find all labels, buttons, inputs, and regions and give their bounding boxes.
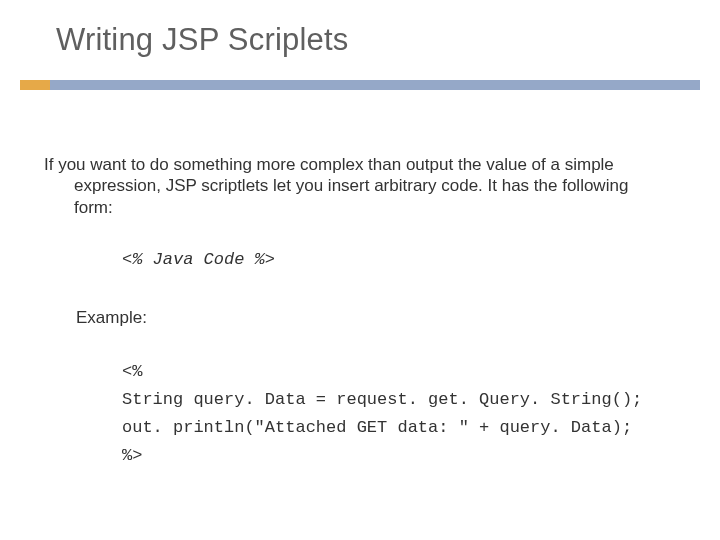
divider-bar [50,80,700,90]
body-line-1: If you want to do something more complex… [44,155,614,174]
scriptlet-form: <% Java Code %> [122,250,275,269]
code-line-1: <% [122,362,142,381]
code-line-3: out. println("Attached GET data: " + que… [122,418,632,437]
slide: Writing JSP Scriplets If you want to do … [0,0,720,540]
body-line-3: form: [74,197,676,218]
example-code: <% String query. Data = request. get. Qu… [122,358,642,470]
accent-bar [20,80,50,90]
title-divider [20,80,700,90]
body-line-2: expression, JSP scriptlets let you inser… [74,175,676,196]
example-label: Example: [76,308,147,328]
code-line-2: String query. Data = request. get. Query… [122,390,642,409]
body-paragraph: If you want to do something more complex… [44,154,676,218]
slide-title: Writing JSP Scriplets [56,22,348,58]
code-line-4: %> [122,446,142,465]
